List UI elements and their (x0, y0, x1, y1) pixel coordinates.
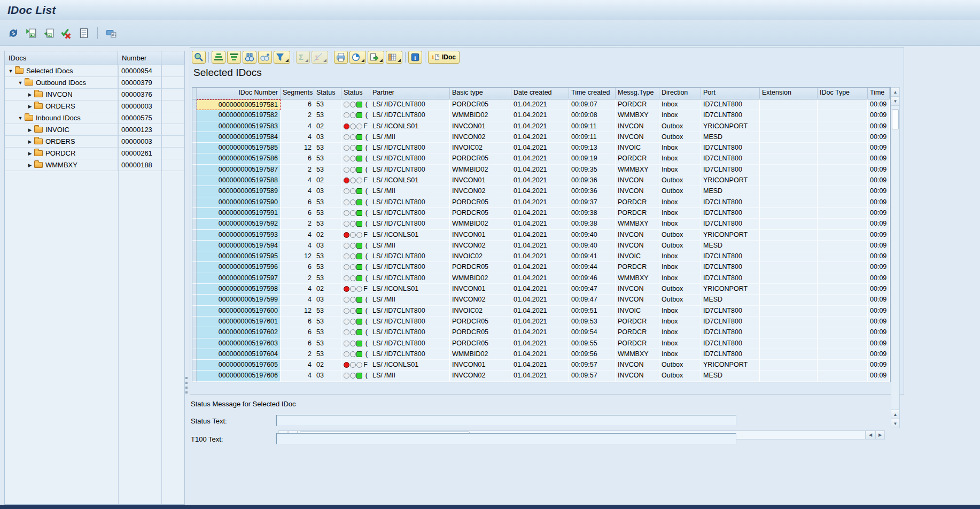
cell-segments[interactable]: 4 (281, 284, 314, 295)
tree-item-outbound-idocs[interactable]: ▼Outbound IDocs00000379 (5, 77, 184, 89)
cell-time[interactable]: 00:09 (868, 371, 890, 381)
cell-status-code[interactable]: 53 (314, 143, 341, 153)
vertical-scrollbar-thumb[interactable] (892, 109, 899, 129)
cell-partner[interactable]: LS/ /ID7CLNT800 (370, 327, 450, 338)
cell-time[interactable]: 00:09 (868, 219, 890, 229)
cell-extension[interactable] (760, 175, 818, 186)
cell-time-created[interactable]: 00:09:40 (569, 230, 616, 241)
tree-item-label[interactable]: INVOIC (45, 126, 69, 134)
cell-date-created[interactable]: 01.04.2021 (511, 295, 569, 305)
table-row[interactable]: 0000000005197605402FLS/ /ICONLS01INVCON0… (192, 360, 890, 371)
cell-status-light[interactable]: F (341, 121, 370, 132)
cell-time[interactable]: 00:09 (868, 99, 890, 110)
tree-item-wmmbxy[interactable]: ▶WMMBXY00000188 (5, 159, 184, 171)
cell-status-light[interactable]: ( (341, 349, 370, 360)
table-row[interactable]: 0000000005197597253(LS/ /ID7CLNT800WMMBI… (192, 273, 890, 284)
cell-segments[interactable]: 12 (281, 306, 314, 317)
cell-time[interactable]: 00:09 (868, 349, 890, 360)
row-leader[interactable] (192, 338, 197, 349)
cell-message-type[interactable]: INVCON (616, 360, 659, 371)
cell-status-light[interactable]: ( (341, 241, 370, 251)
cell-status-light[interactable]: ( (341, 132, 370, 143)
cell-status-light[interactable]: F (341, 360, 370, 371)
table-row[interactable]: 00000000051975851253(LS/ /ID7CLNT800INVO… (192, 143, 890, 153)
cell-segments[interactable]: 2 (281, 110, 314, 121)
cell-status-light[interactable]: ( (341, 143, 370, 153)
column-header-partner[interactable]: Partner (370, 88, 450, 99)
cell-status-light[interactable]: F (341, 175, 370, 186)
cell-time-created[interactable]: 00:09:41 (569, 251, 616, 262)
tree-item-number[interactable]: 00000188 (118, 159, 161, 171)
cell-partner[interactable]: LS/ /ID7CLNT800 (370, 99, 450, 110)
cell-idoc-type[interactable] (818, 230, 868, 241)
cell-message-type[interactable]: PORDCR (616, 99, 659, 110)
cell-basic-type[interactable]: INVOIC02 (450, 306, 511, 317)
cell-extension[interactable] (760, 295, 818, 305)
cell-extension[interactable] (760, 197, 818, 208)
cell-idoc-type[interactable] (818, 371, 868, 381)
cell-idoc-type[interactable] (818, 208, 868, 219)
cell-port[interactable]: ID7CLNT800 (701, 338, 760, 349)
cell-time-created[interactable]: 00:09:19 (569, 153, 616, 164)
total-button[interactable]: Σ (296, 51, 310, 64)
cell-basic-type[interactable]: INVCON02 (450, 371, 511, 381)
row-leader[interactable] (192, 317, 197, 327)
cell-idoc-number[interactable]: 0000000005197594 (197, 241, 281, 251)
cell-idoc-type[interactable] (818, 284, 868, 295)
tree-item-number[interactable]: 00000575 (118, 112, 161, 124)
cell-basic-type[interactable]: INVCON01 (450, 284, 511, 295)
cell-idoc-number[interactable]: 0000000005197581 (197, 99, 281, 110)
cell-idoc-type[interactable] (818, 317, 868, 327)
tree-header-extra[interactable] (161, 51, 184, 65)
cell-segments[interactable]: 2 (281, 273, 314, 284)
tree-item-number[interactable]: 00000379 (118, 77, 161, 88)
table-row[interactable]: 0000000005197596653(LS/ /ID7CLNT800PORDC… (192, 262, 890, 273)
cell-status-light[interactable]: ( (341, 208, 370, 219)
cell-date-created[interactable]: 01.04.2021 (511, 371, 569, 381)
cell-extension[interactable] (760, 143, 818, 153)
cell-segments[interactable]: 4 (281, 121, 314, 132)
choose-detail-icon[interactable] (59, 26, 73, 40)
scroll-page-up-icon[interactable]: ▼ (891, 97, 899, 106)
cell-message-type[interactable]: WMMBXY (616, 110, 659, 121)
cell-extension[interactable] (760, 208, 818, 219)
row-leader[interactable] (192, 349, 197, 360)
column-header-basic-type[interactable]: Basic type (450, 88, 511, 99)
row-leader[interactable] (192, 186, 197, 197)
cell-extension[interactable] (760, 165, 818, 175)
display-list-icon[interactable] (77, 26, 91, 40)
scroll-up-icon[interactable]: ▲ (891, 88, 899, 97)
cell-time-created[interactable]: 00:09:51 (569, 306, 616, 317)
cell-port[interactable]: ID7CLNT800 (701, 349, 760, 360)
cell-partner[interactable]: LS/ /MII (370, 241, 450, 251)
cell-time-created[interactable]: 00:09:46 (569, 273, 616, 284)
tree-item-label[interactable]: Outbound IDocs (36, 79, 86, 87)
cell-time-created[interactable]: 00:09:53 (569, 317, 616, 327)
tree-item-number[interactable]: 00000954 (118, 65, 161, 76)
tree-item-label[interactable]: Inbound IDocs (36, 114, 81, 122)
cell-direction[interactable]: Inbox (659, 262, 701, 273)
table-row[interactable]: 0000000005197606403(LS/ /MIIINVCON0201.0… (192, 371, 890, 381)
column-header-time-created[interactable]: Time created (569, 88, 616, 99)
cell-time-created[interactable]: 00:09:37 (569, 197, 616, 208)
cell-port[interactable]: YRICONPORT (701, 230, 760, 241)
table-row[interactable]: 0000000005197581653(LS/ /ID7CLNT800PORDC… (192, 99, 890, 110)
cell-basic-type[interactable]: INVCON02 (450, 132, 511, 143)
chevron-right-icon[interactable]: ▶ (27, 127, 33, 133)
cell-port[interactable]: YRICONPORT (701, 175, 760, 186)
idoc-button[interactable]: i IDoc (428, 51, 460, 64)
cell-direction[interactable]: Outbox (659, 360, 701, 371)
cell-partner[interactable]: LS/ /ID7CLNT800 (370, 208, 450, 219)
row-leader[interactable] (192, 327, 197, 338)
cell-basic-type[interactable]: PORDCR05 (450, 153, 511, 164)
splitter-handle[interactable] (185, 374, 188, 396)
cell-message-type[interactable]: INVCON (616, 132, 659, 143)
cell-time-created[interactable]: 00:09:38 (569, 208, 616, 219)
cell-partner[interactable]: LS/ /MII (370, 132, 450, 143)
cell-partner[interactable]: LS/ /ID7CLNT800 (370, 338, 450, 349)
cell-time-created[interactable]: 00:09:13 (569, 143, 616, 153)
cell-status-light[interactable]: ( (341, 197, 370, 208)
tree-item-number[interactable]: 00000123 (118, 124, 161, 135)
tree-item-number[interactable]: 00000003 (118, 136, 161, 147)
cell-direction[interactable]: Inbox (659, 110, 701, 121)
